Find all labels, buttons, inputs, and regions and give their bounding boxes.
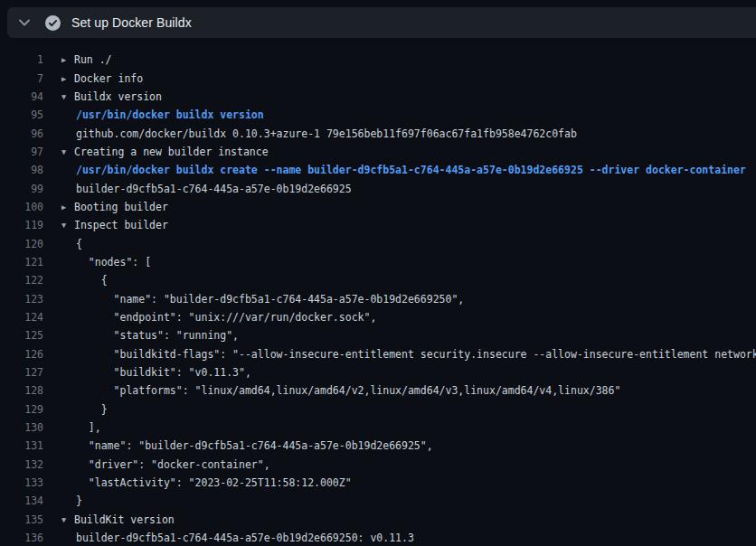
caret-right-icon[interactable]: ▶ (61, 74, 70, 83)
log-content: ], (61, 421, 101, 434)
log-container: 1▶Run ./7▶Docker info94▼Buildx version95… (0, 38, 756, 546)
log-line: 120{ (0, 234, 756, 252)
log-line: 98/usr/bin/docker buildx create --name b… (0, 161, 756, 179)
log-content: "nodes": [ (61, 256, 151, 268)
log-group-toggle[interactable]: ▼Inspect builder (61, 219, 168, 231)
log-line: 94▼Buildx version (0, 88, 756, 106)
log-line: 133 "lastActivity": "2023-02-25T11:58:12… (0, 474, 756, 492)
line-number[interactable]: 127 (0, 366, 43, 379)
log-line: 125 "status": "running", (0, 326, 756, 344)
line-number[interactable]: 100 (0, 201, 43, 213)
log-content: { (61, 274, 108, 287)
line-number[interactable]: 120 (0, 238, 43, 250)
log-line: 1▶Run ./ (0, 51, 756, 69)
log-text: { (76, 238, 82, 250)
log-content: "platforms": "linux/amd64,linux/amd64/v2… (61, 384, 620, 397)
line-number[interactable]: 98 (0, 164, 43, 176)
group-title: Buildx version (74, 90, 162, 103)
caret-right-icon[interactable]: ▶ (61, 202, 70, 212)
log-line: 134} (0, 492, 756, 510)
log-line: 135▼BuildKit version (0, 511, 756, 529)
log-group-toggle[interactable]: ▼Buildx version (61, 90, 162, 103)
group-title: Creating a new builder instance (74, 146, 269, 158)
chevron-down-icon[interactable] (19, 17, 30, 28)
log-line: 127 "buildkit": "v0.11.3", (0, 363, 756, 381)
line-number[interactable]: 128 (0, 384, 43, 397)
log-text: "buildkit": "v0.11.3", (76, 366, 251, 379)
group-title: Inspect builder (74, 219, 168, 231)
check-circle-icon (45, 15, 61, 31)
log-text: } (76, 494, 82, 507)
line-number[interactable]: 95 (0, 108, 43, 121)
line-number[interactable]: 132 (0, 458, 43, 471)
line-number[interactable]: 134 (0, 494, 43, 507)
line-number[interactable]: 124 (0, 311, 43, 324)
log-line: 131 "name": "builder-d9cfb5a1-c764-445a-… (0, 437, 756, 455)
log-group-toggle[interactable]: ▼Creating a new builder instance (61, 146, 269, 158)
line-number[interactable]: 99 (0, 183, 43, 195)
line-number[interactable]: 130 (0, 421, 43, 434)
line-number[interactable]: 119 (0, 219, 43, 231)
step-header[interactable]: Set up Docker Buildx (7, 7, 756, 38)
log-line: 97▼Creating a new builder instance (0, 143, 756, 161)
log-content: "buildkit": "v0.11.3", (61, 366, 251, 379)
log-text: builder-d9cfb5a1-c764-445a-a57e-0b19d2e6… (76, 532, 414, 544)
log-text: "buildkitd-flags": "--allow-insecure-ent… (76, 348, 756, 361)
line-number[interactable]: 122 (0, 274, 43, 287)
log-group-toggle[interactable]: ▼BuildKit version (61, 513, 175, 526)
line-number[interactable]: 97 (0, 146, 43, 158)
group-title: BuildKit version (74, 513, 175, 526)
log-group-toggle[interactable]: ▶Docker info (61, 72, 143, 85)
caret-down-icon[interactable]: ▼ (61, 92, 70, 101)
log-content: "lastActivity": "2023-02-25T11:58:12.000… (61, 476, 352, 489)
caret-down-icon[interactable]: ▼ (61, 221, 70, 230)
line-number[interactable]: 96 (0, 127, 43, 140)
log-text: builder-d9cfb5a1-c764-445a-a57e-0b19d2e6… (76, 183, 352, 195)
group-title: Run ./ (74, 53, 112, 66)
line-number[interactable]: 1 (0, 53, 43, 66)
log-content: /usr/bin/docker buildx create --name bui… (61, 164, 746, 176)
log-line: 124 "endpoint": "unix:///var/run/docker.… (0, 308, 756, 326)
line-number[interactable]: 133 (0, 476, 43, 489)
line-number[interactable]: 94 (0, 90, 43, 103)
log-line: 136builder-d9cfb5a1-c764-445a-a57e-0b19d… (0, 529, 756, 546)
line-number[interactable]: 121 (0, 256, 43, 268)
log-lines: 1▶Run ./7▶Docker info94▼Buildx version95… (0, 51, 756, 546)
line-number[interactable]: 125 (0, 329, 43, 342)
line-number[interactable]: 131 (0, 439, 43, 452)
log-content: github.com/docker/buildx 0.10.3+azure-1 … (61, 127, 577, 140)
log-content: { (61, 238, 82, 250)
log-group-toggle[interactable]: ▶Run ./ (61, 53, 112, 66)
log-line: 123 "name": "builder-d9cfb5a1-c764-445a-… (0, 289, 756, 307)
log-text: "name": "builder-d9cfb5a1-c764-445a-a57e… (76, 293, 464, 306)
log-line: 95/usr/bin/docker buildx version (0, 106, 756, 124)
log-text: "lastActivity": "2023-02-25T11:58:12.000… (76, 476, 352, 489)
log-text: /usr/bin/docker buildx version (76, 108, 264, 121)
log-line: 132 "driver": "docker-container", (0, 456, 756, 474)
line-number[interactable]: 7 (0, 72, 43, 85)
log-content: } (61, 403, 108, 416)
line-number[interactable]: 135 (0, 513, 43, 526)
caret-right-icon[interactable]: ▶ (61, 55, 70, 64)
log-text: /usr/bin/docker buildx create --name bui… (76, 164, 746, 176)
log-line: 121 "nodes": [ (0, 253, 756, 271)
line-number[interactable]: 136 (0, 532, 43, 544)
log-line: 100▶Booting builder (0, 198, 756, 216)
caret-down-icon[interactable]: ▼ (61, 515, 70, 524)
line-number[interactable]: 123 (0, 293, 43, 306)
log-line: 128 "platforms": "linux/amd64,linux/amd6… (0, 381, 756, 400)
log-content: builder-d9cfb5a1-c764-445a-a57e-0b19d2e6… (61, 532, 414, 544)
log-text: "platforms": "linux/amd64,linux/amd64/v2… (76, 384, 620, 397)
log-content: "name": "builder-d9cfb5a1-c764-445a-a57e… (61, 439, 433, 452)
line-number[interactable]: 129 (0, 403, 43, 416)
line-number[interactable]: 126 (0, 348, 43, 361)
caret-down-icon[interactable]: ▼ (61, 147, 70, 156)
group-title: Docker info (74, 72, 143, 85)
log-content: /usr/bin/docker buildx version (61, 108, 264, 121)
log-content: "status": "running", (61, 329, 239, 342)
log-text: } (76, 403, 108, 416)
log-group-toggle[interactable]: ▶Booting builder (61, 201, 168, 213)
log-text: { (76, 274, 108, 287)
log-content: "name": "builder-d9cfb5a1-c764-445a-a57e… (61, 293, 464, 306)
log-content: } (61, 494, 82, 507)
